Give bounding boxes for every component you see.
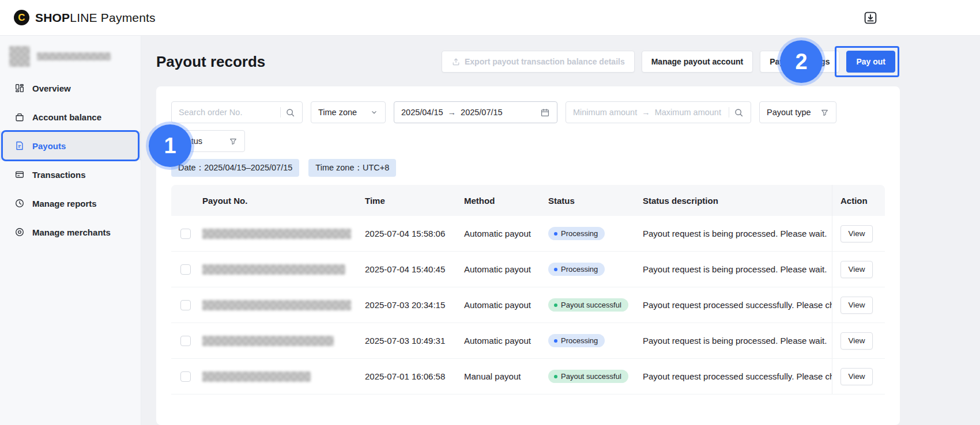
status-badge: Payout successful [548,298,628,312]
row-select-cell [171,264,202,275]
active-filter-tags: Date：2025/04/15–2025/07/15 Time zone：UTC… [171,159,885,177]
view-button[interactable]: View [840,225,873,242]
time-zone-select[interactable]: Time zone [311,101,386,123]
status-description: Payout request is being processed. Pleas… [643,336,832,346]
payout-no-cell [202,264,365,275]
payout-time: 2025-07-03 10:49:31 [365,336,464,346]
payout-no-redacted [202,300,351,310]
status-dot-icon [554,268,557,271]
main-content: Payout records Export payout transaction… [142,36,980,425]
payout-method: Manual payout [464,371,548,381]
sidebar-item-manage-merchants[interactable]: Manage merchants [0,218,141,246]
status-dot-icon [554,375,557,378]
sidebar-item-account-balance[interactable]: Account balance [0,103,141,131]
sidebar-item-manage-reports[interactable]: Manage reports [0,189,141,218]
payout-no-cell [202,228,365,239]
row-action-cell: View [832,216,885,251]
payout-status-cell: Processing [548,227,643,240]
payout-status-cell: Payout successful [548,298,643,312]
payout-no-cell [202,299,365,310]
amount-range-input[interactable]: Minimum amount → Maximum amount [566,101,751,123]
status-badge: Payout successful [548,370,628,383]
merchants-icon [14,227,25,237]
status-description: Payout request processed successfully. P… [643,371,832,381]
row-action-cell: View [832,323,885,358]
shopline-logo-icon: C [14,10,29,25]
table-body: 2025-07-04 15:58:06 Automatic payout Pro… [171,216,885,394]
sidebar-item-overview[interactable]: Overview [0,74,141,103]
sidebar-item-label: Account balance [32,112,101,122]
view-button[interactable]: View [840,368,873,385]
search-icon[interactable] [734,108,744,117]
row-checkbox[interactable] [180,264,191,275]
header-time: Time [365,196,464,206]
header-action: Action [832,185,885,216]
payout-time: 2025-07-04 15:40:45 [365,264,464,274]
search-order-input[interactable]: Search order No. [171,101,303,123]
merchant-name-redacted [37,52,111,60]
payout-status-cell: Processing [548,263,643,276]
view-button[interactable]: View [840,261,873,278]
status-badge-label: Processing [561,265,598,274]
table-row: 2025-07-01 16:06:58 Manual payout Payout… [171,359,885,394]
status-description: Payout request processed successfully. P… [643,300,832,310]
download-icon[interactable] [863,10,878,25]
status-badge: Processing [548,334,605,347]
row-checkbox[interactable] [180,229,191,239]
timezone-tag: Time zone：UTC+8 [308,159,396,177]
payout-status-cell: Payout successful [548,370,643,383]
payout-time: 2025-07-03 20:34:15 [365,300,464,310]
merchant-profile[interactable] [0,46,141,67]
page-title: Payout records [156,53,265,71]
date-range-tag: Date：2025/04/15–2025/07/15 [171,159,299,177]
row-checkbox[interactable] [180,371,191,382]
row-checkbox[interactable] [180,336,191,346]
payout-method: Automatic payout [464,264,548,274]
view-button[interactable]: View [840,297,873,314]
status-dot-icon [554,303,557,307]
time-zone-label: Time zone [318,108,357,117]
date-to: 2025/07/15 [461,108,503,117]
header-method: Method [464,196,548,206]
calendar-icon [540,108,550,117]
sidebar-item-transactions[interactable]: Transactions [0,160,141,189]
payout-no-redacted [202,229,351,239]
search-icon[interactable] [285,108,295,117]
payout-time: 2025-07-01 16:06:58 [365,371,464,381]
transactions-icon [14,169,25,180]
export-button[interactable]: Export payout transaction balance detail… [442,51,635,73]
manage-payout-account-label: Manage payout account [651,57,743,66]
annotation-step-1: 1 [149,124,191,167]
input-divider [280,107,281,117]
sidebar-item-label: Manage merchants [32,227,111,237]
filter-row-1: Search order No. Time zone 2025/04/15 [171,101,885,123]
date-range-picker[interactable]: 2025/04/15 → 2025/07/15 [394,101,557,123]
table-row: 2025-07-03 20:34:15 Automatic payout Pay… [171,287,885,323]
export-icon [451,57,461,66]
brand-bold: SHOP [35,11,70,24]
payout-no-cell [202,371,365,382]
payout-no-cell [202,335,365,346]
payout-type-filter[interactable]: Payout type [759,101,836,123]
payout-status-cell: Processing [548,334,643,347]
view-button[interactable]: View [840,332,873,350]
row-select-cell [171,300,202,310]
wallet-icon [14,112,25,122]
status-badge: Processing [548,227,605,240]
row-select-cell [171,371,202,382]
annotation-box-pay-out [835,46,899,77]
sidebar-item-label: Transactions [32,170,86,180]
payout-time: 2025-07-04 15:58:06 [365,229,464,238]
date-from: 2025/04/15 [401,108,443,117]
reports-clock-icon [14,198,25,208]
row-checkbox[interactable] [180,300,191,310]
table-row: 2025-07-03 10:49:31 Automatic payout Pro… [171,323,885,359]
header-status: Status [548,196,643,206]
manage-payout-account-button[interactable]: Manage payout account [642,51,753,73]
min-amount-placeholder: Minimum amount [573,108,637,117]
range-arrow: → [448,108,457,117]
annotation-step-2: 2 [780,40,823,83]
header-buttons: Export payout transaction balance detail… [442,51,895,73]
sidebar-item-label: Overview [32,84,71,93]
shopline-logo: C SHOPLINE Payments [14,10,156,25]
